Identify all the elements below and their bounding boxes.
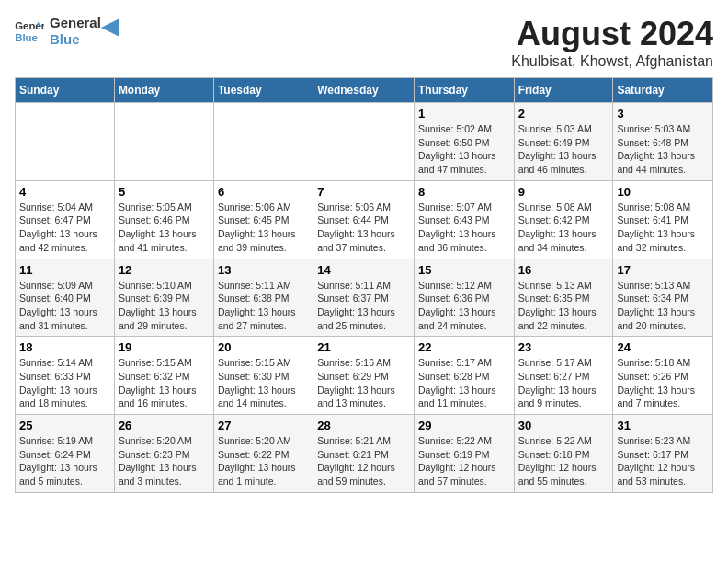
- day-number: 16: [518, 263, 609, 277]
- day-info: Sunrise: 5:03 AM Sunset: 6:48 PM Dayligh…: [617, 122, 709, 177]
- day-info: Sunrise: 5:17 AM Sunset: 6:27 PM Dayligh…: [518, 356, 609, 410]
- svg-text:Blue: Blue: [15, 32, 38, 43]
- calendar-cell: 29Sunrise: 5:22 AM Sunset: 6:19 PM Dayli…: [414, 415, 514, 493]
- logo-icon: General Blue: [15, 18, 44, 44]
- day-info: Sunrise: 5:23 AM Sunset: 6:17 PM Dayligh…: [617, 434, 709, 488]
- page-header: General Blue General Blue August 2024 Kh…: [15, 15, 713, 70]
- calendar-cell: 24Sunrise: 5:18 AM Sunset: 6:26 PM Dayli…: [613, 337, 713, 415]
- calendar-cell: 17Sunrise: 5:13 AM Sunset: 6:34 PM Dayli…: [613, 259, 713, 337]
- calendar-cell: 10Sunrise: 5:08 AM Sunset: 6:41 PM Dayli…: [613, 180, 713, 259]
- day-info: Sunrise: 5:10 AM Sunset: 6:39 PM Dayligh…: [119, 279, 210, 333]
- day-info: Sunrise: 5:08 AM Sunset: 6:42 PM Dayligh…: [518, 201, 609, 255]
- day-info: Sunrise: 5:22 AM Sunset: 6:18 PM Dayligh…: [518, 434, 609, 488]
- day-number: 23: [518, 340, 609, 354]
- logo-arrow-icon: [101, 18, 119, 37]
- weekday-header-monday: Monday: [114, 78, 213, 103]
- day-info: Sunrise: 5:13 AM Sunset: 6:35 PM Dayligh…: [518, 279, 609, 333]
- calendar-cell: 6Sunrise: 5:06 AM Sunset: 6:45 PM Daylig…: [213, 180, 313, 259]
- calendar-cell: [213, 103, 313, 181]
- calendar-table: SundayMondayTuesdayWednesdayThursdayFrid…: [15, 77, 713, 493]
- day-number: 11: [19, 263, 110, 277]
- day-info: Sunrise: 5:09 AM Sunset: 6:40 PM Dayligh…: [19, 279, 110, 333]
- calendar-cell: 25Sunrise: 5:19 AM Sunset: 6:24 PM Dayli…: [16, 415, 115, 493]
- calendar-cell: 31Sunrise: 5:23 AM Sunset: 6:17 PM Dayli…: [613, 415, 713, 493]
- day-info: Sunrise: 5:14 AM Sunset: 6:33 PM Dayligh…: [19, 356, 110, 410]
- calendar-cell: 16Sunrise: 5:13 AM Sunset: 6:35 PM Dayli…: [514, 259, 613, 337]
- calendar-cell: 13Sunrise: 5:11 AM Sunset: 6:38 PM Dayli…: [213, 259, 313, 337]
- calendar-week-5: 25Sunrise: 5:19 AM Sunset: 6:24 PM Dayli…: [16, 415, 713, 493]
- calendar-cell: [114, 103, 213, 181]
- calendar-week-1: 1Sunrise: 5:02 AM Sunset: 6:50 PM Daylig…: [16, 103, 713, 181]
- day-number: 9: [518, 185, 609, 199]
- day-info: Sunrise: 5:06 AM Sunset: 6:44 PM Dayligh…: [317, 201, 410, 255]
- day-info: Sunrise: 5:15 AM Sunset: 6:32 PM Dayligh…: [119, 356, 210, 410]
- calendar-cell: 19Sunrise: 5:15 AM Sunset: 6:32 PM Dayli…: [114, 337, 213, 415]
- day-info: Sunrise: 5:16 AM Sunset: 6:29 PM Dayligh…: [317, 356, 410, 410]
- day-number: 25: [19, 419, 110, 432]
- calendar-cell: 27Sunrise: 5:20 AM Sunset: 6:22 PM Dayli…: [213, 415, 313, 493]
- calendar-week-4: 18Sunrise: 5:14 AM Sunset: 6:33 PM Dayli…: [16, 337, 713, 415]
- day-number: 7: [317, 185, 410, 199]
- day-info: Sunrise: 5:06 AM Sunset: 6:45 PM Dayligh…: [218, 201, 309, 255]
- day-info: Sunrise: 5:20 AM Sunset: 6:22 PM Dayligh…: [218, 434, 309, 488]
- logo-general: General: [50, 15, 101, 31]
- day-number: 18: [19, 340, 110, 354]
- subtitle: Khulbisat, Khowst, Afghanistan: [511, 53, 713, 70]
- day-number: 10: [617, 185, 709, 199]
- day-number: 22: [418, 340, 510, 354]
- day-info: Sunrise: 5:07 AM Sunset: 6:43 PM Dayligh…: [418, 201, 510, 255]
- day-number: 2: [518, 107, 609, 121]
- calendar-cell: 28Sunrise: 5:21 AM Sunset: 6:21 PM Dayli…: [313, 415, 415, 493]
- main-title: August 2024: [511, 15, 713, 53]
- day-number: 15: [418, 263, 510, 277]
- calendar-cell: [313, 103, 415, 181]
- day-info: Sunrise: 5:02 AM Sunset: 6:50 PM Dayligh…: [418, 122, 510, 177]
- day-number: 4: [19, 185, 110, 199]
- day-info: Sunrise: 5:22 AM Sunset: 6:19 PM Dayligh…: [418, 434, 510, 488]
- day-number: 20: [218, 340, 309, 354]
- calendar-cell: 22Sunrise: 5:17 AM Sunset: 6:28 PM Dayli…: [414, 337, 514, 415]
- day-number: 8: [418, 185, 510, 199]
- title-block: August 2024 Khulbisat, Khowst, Afghanist…: [511, 15, 713, 70]
- day-number: 12: [119, 263, 210, 277]
- calendar-cell: 4Sunrise: 5:04 AM Sunset: 6:47 PM Daylig…: [16, 180, 115, 259]
- calendar-cell: 30Sunrise: 5:22 AM Sunset: 6:18 PM Dayli…: [514, 415, 613, 493]
- day-number: 3: [617, 107, 709, 121]
- calendar-cell: 26Sunrise: 5:20 AM Sunset: 6:23 PM Dayli…: [114, 415, 213, 493]
- day-info: Sunrise: 5:04 AM Sunset: 6:47 PM Dayligh…: [19, 201, 110, 255]
- day-info: Sunrise: 5:21 AM Sunset: 6:21 PM Dayligh…: [317, 434, 410, 488]
- calendar-cell: 1Sunrise: 5:02 AM Sunset: 6:50 PM Daylig…: [414, 103, 514, 181]
- day-info: Sunrise: 5:05 AM Sunset: 6:46 PM Dayligh…: [119, 201, 210, 255]
- weekday-header-sunday: Sunday: [16, 78, 115, 103]
- day-number: 28: [317, 419, 410, 432]
- day-number: 5: [119, 185, 210, 199]
- day-info: Sunrise: 5:18 AM Sunset: 6:26 PM Dayligh…: [617, 356, 709, 410]
- day-number: 29: [418, 419, 510, 432]
- calendar-cell: 8Sunrise: 5:07 AM Sunset: 6:43 PM Daylig…: [414, 180, 514, 259]
- calendar-cell: 7Sunrise: 5:06 AM Sunset: 6:44 PM Daylig…: [313, 180, 415, 259]
- logo: General Blue General Blue: [15, 15, 119, 48]
- calendar-cell: 14Sunrise: 5:11 AM Sunset: 6:37 PM Dayli…: [313, 259, 415, 337]
- calendar-cell: 5Sunrise: 5:05 AM Sunset: 6:46 PM Daylig…: [114, 180, 213, 259]
- day-number: 6: [218, 185, 309, 199]
- weekday-header-friday: Friday: [514, 78, 613, 103]
- calendar-cell: 3Sunrise: 5:03 AM Sunset: 6:48 PM Daylig…: [613, 103, 713, 181]
- day-info: Sunrise: 5:03 AM Sunset: 6:49 PM Dayligh…: [518, 122, 609, 177]
- day-info: Sunrise: 5:15 AM Sunset: 6:30 PM Dayligh…: [218, 356, 309, 410]
- day-number: 19: [119, 340, 210, 354]
- weekday-header-row: SundayMondayTuesdayWednesdayThursdayFrid…: [16, 78, 713, 103]
- day-info: Sunrise: 5:11 AM Sunset: 6:38 PM Dayligh…: [218, 279, 309, 333]
- weekday-header-saturday: Saturday: [613, 78, 713, 103]
- day-info: Sunrise: 5:13 AM Sunset: 6:34 PM Dayligh…: [617, 279, 709, 333]
- svg-marker-3: [101, 18, 119, 37]
- calendar-cell: [16, 103, 115, 181]
- weekday-header-wednesday: Wednesday: [313, 78, 415, 103]
- day-number: 26: [119, 419, 210, 432]
- day-info: Sunrise: 5:12 AM Sunset: 6:36 PM Dayligh…: [418, 279, 510, 333]
- calendar-cell: 11Sunrise: 5:09 AM Sunset: 6:40 PM Dayli…: [16, 259, 115, 337]
- day-number: 1: [418, 107, 510, 121]
- weekday-header-thursday: Thursday: [414, 78, 514, 103]
- day-info: Sunrise: 5:08 AM Sunset: 6:41 PM Dayligh…: [617, 201, 709, 255]
- calendar-cell: 2Sunrise: 5:03 AM Sunset: 6:49 PM Daylig…: [514, 103, 613, 181]
- day-number: 24: [617, 340, 709, 354]
